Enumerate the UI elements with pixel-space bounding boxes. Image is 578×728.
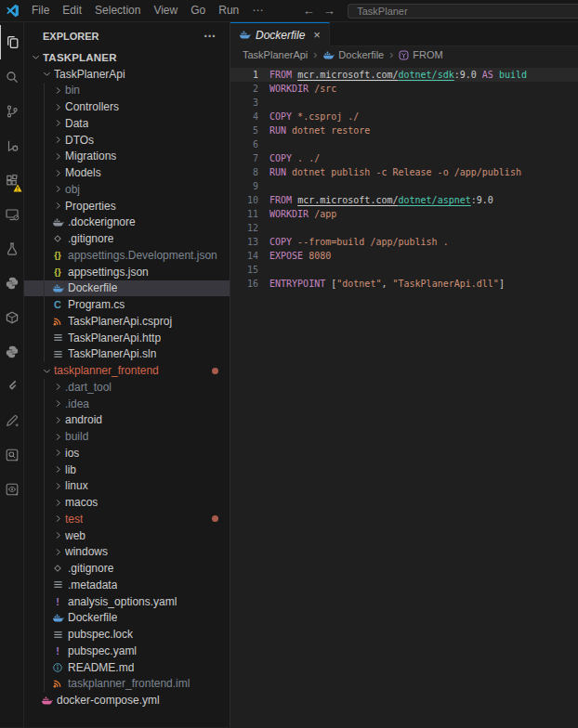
tree-item-windows[interactable]: windows	[24, 544, 230, 561]
tree-item-data[interactable]: Data	[24, 115, 230, 132]
menu-edit[interactable]: Edit	[56, 0, 88, 21]
tree-item-gitignore[interactable]: .gitignore	[24, 230, 230, 247]
editor-area[interactable]: Dockerfile × TaskPlanerApi› Dockerfile›F…	[230, 22, 578, 727]
menu-selection[interactable]: Selection	[88, 0, 147, 21]
tree-item-dart-tool[interactable]: .dart_tool	[24, 379, 230, 396]
tree-item-dtos[interactable]: DTOs	[24, 132, 230, 149]
activity-pencil-icon[interactable]	[0, 403, 23, 437]
breadcrumb-item-dockerfile[interactable]: Dockerfile	[322, 49, 384, 61]
forward-arrow-icon[interactable]: →	[322, 4, 336, 18]
tree-item-label: appsettings.json	[68, 266, 149, 279]
tree-item-metadata[interactable]: .metadata	[24, 577, 230, 593]
tree-item-controllers[interactable]: Controllers	[24, 98, 230, 115]
tree-item-lib[interactable]: lib	[24, 462, 230, 478]
tree-item-analysis-options-yaml[interactable]: !analysis_options.yaml	[24, 593, 230, 610]
tree-item-appsettings-json[interactable]: {}appsettings.json	[24, 264, 230, 280]
tree-item-gitignore[interactable]: .gitignore	[24, 560, 230, 577]
tree-item-models[interactable]: Models	[24, 164, 230, 181]
close-icon[interactable]: ×	[313, 28, 321, 42]
tree-item-taskplaner[interactable]: TASKPLANER	[24, 49, 230, 66]
tree-item-dockerfile[interactable]: Dockerfile	[24, 280, 230, 297]
activity-remote-explorer-icon[interactable]	[0, 197, 23, 231]
breadcrumb-separator-icon: ›	[313, 48, 317, 61]
tree-item-obj[interactable]: obj	[24, 181, 230, 198]
chevron-right-icon	[50, 398, 65, 409]
tree-item-pubspec-yaml[interactable]: !pubspec.yaml	[24, 643, 230, 659]
tree-item-web[interactable]: web	[24, 527, 230, 544]
code-line-15[interactable]: 15	[230, 263, 578, 277]
code-line-12[interactable]: 12	[230, 221, 578, 235]
activity-code-search-icon[interactable]	[0, 437, 23, 472]
tree-item-migrations[interactable]: Migrations	[24, 149, 230, 165]
tree-item-taskplanerapi[interactable]: TaskPlanerApi	[24, 66, 230, 83]
tree-item-test[interactable]: test	[24, 511, 230, 527]
tree-item-ios[interactable]: ios	[24, 445, 230, 462]
tree-item-dockerignore[interactable]: .dockerignore	[24, 214, 230, 231]
menu-more[interactable]: ⋯	[245, 0, 269, 21]
breadcrumb-item-from[interactable]: FROM	[399, 49, 442, 60]
menu-view[interactable]: View	[147, 0, 184, 21]
activity-container-icon[interactable]	[0, 300, 23, 334]
tree-item-taskplanerapi-http[interactable]: TaskPlanerApi.http	[24, 330, 230, 346]
activity-source-control-icon[interactable]	[0, 94, 23, 128]
activity-python-env-icon[interactable]	[0, 334, 23, 369]
tree-item-idea[interactable]: .idea	[24, 396, 230, 412]
activity-python-icon[interactable]	[0, 266, 23, 300]
code-line-16[interactable]: 16ENTRYPOINT ["dotnet", "TaskPlanerApi.d…	[230, 277, 578, 291]
chevron-right-icon	[50, 382, 65, 392]
activity-extensions-icon[interactable]	[0, 162, 23, 197]
tree-item-taskplanner-frontend-iml[interactable]: taskplanner_frontend.iml	[24, 676, 230, 693]
activity-search-icon[interactable]	[0, 59, 23, 94]
code-line-text: RUN dotnet publish -c Release -o /app/pu…	[258, 165, 521, 179]
chevron-right-icon	[50, 415, 65, 425]
sidebar-more-actions-icon[interactable]: ⋯	[204, 29, 217, 43]
code-line-7[interactable]: 7COPY . ./	[230, 151, 578, 165]
tree-item-taskplanerapi-sln[interactable]: TaskPlanerApi.sln	[24, 346, 230, 363]
code-editor[interactable]: 1FROM mcr.microsoft.com/dotnet/sdk:9.0 A…	[230, 63, 578, 727]
breadcrumb-item-taskplanerapi[interactable]: TaskPlanerApi	[243, 49, 308, 60]
breadcrumb-label: FROM	[413, 49, 442, 60]
tree-item-properties[interactable]: Properties	[24, 198, 230, 214]
line-number: 8	[230, 165, 258, 179]
activity-flutter-icon[interactable]	[0, 369, 23, 403]
code-line-2[interactable]: 2WORKDIR /src	[230, 82, 578, 96]
code-line-1[interactable]: 1FROM mcr.microsoft.com/dotnet/sdk:9.0 A…	[230, 68, 578, 82]
activity-explorer-icon[interactable]	[0, 25, 23, 59]
command-center-search[interactable]: TaskPlaner	[348, 4, 578, 19]
activity-testing-icon[interactable]	[0, 231, 23, 266]
code-line-5[interactable]: 5RUN dotnet restore	[230, 124, 578, 137]
tree-item-macos[interactable]: macos	[24, 494, 230, 511]
back-arrow-icon[interactable]: ←	[301, 4, 316, 18]
menu-go[interactable]: Go	[184, 0, 212, 21]
tree-item-appsettings-development-json[interactable]: {}appsettings.Development.json	[24, 247, 230, 264]
tree-item-docker-compose-yml[interactable]: docker-compose.yml	[24, 692, 230, 708]
tree-item-build[interactable]: build	[24, 428, 230, 445]
code-line-13[interactable]: 13COPY --from=build /app/publish .	[230, 235, 578, 249]
tree-item-android[interactable]: android	[24, 412, 230, 429]
code-line-10[interactable]: 10FROM mcr.microsoft.com/dotnet/aspnet:9…	[230, 193, 578, 207]
code-line-9[interactable]: 9	[230, 179, 578, 193]
code-line-3[interactable]: 3	[230, 96, 578, 110]
code-line-8[interactable]: 8RUN dotnet publish -c Release -o /app/p…	[230, 165, 578, 179]
tree-item-linux[interactable]: linux	[24, 478, 230, 495]
tree-item-taskplanerapi-csproj[interactable]: TaskPlanerApi.csproj	[24, 313, 230, 330]
tree-item-readme-md[interactable]: README.md	[24, 659, 230, 676]
yaml-icon: !	[50, 596, 65, 607]
activity-eye-preview-icon[interactable]	[0, 472, 23, 506]
menu-run[interactable]: Run	[212, 0, 245, 21]
activity-run-debug-icon[interactable]	[0, 128, 23, 162]
tree-item-dockerfile[interactable]: Dockerfile	[24, 610, 230, 627]
tree-item-bin[interactable]: bin	[24, 83, 230, 99]
code-line-6[interactable]: 6	[230, 137, 578, 151]
tab-dockerfile[interactable]: Dockerfile ×	[230, 22, 330, 46]
tree-item-program-cs[interactable]: CProgram.cs	[24, 296, 230, 313]
line-number: 11	[230, 207, 258, 221]
code-line-14[interactable]: 14EXPOSE 8080	[230, 249, 578, 263]
code-line-11[interactable]: 11WORKDIR /app	[230, 207, 578, 221]
csharp-icon: C	[50, 299, 65, 310]
tree-item-pubspec-lock[interactable]: pubspec.lock	[24, 626, 230, 643]
tree-item-taskplanner-frontend[interactable]: taskplanner_frontend	[24, 362, 230, 379]
menu-file[interactable]: File	[25, 0, 56, 21]
git-icon	[50, 563, 65, 574]
code-line-4[interactable]: 4COPY *.csproj ./	[230, 110, 578, 124]
